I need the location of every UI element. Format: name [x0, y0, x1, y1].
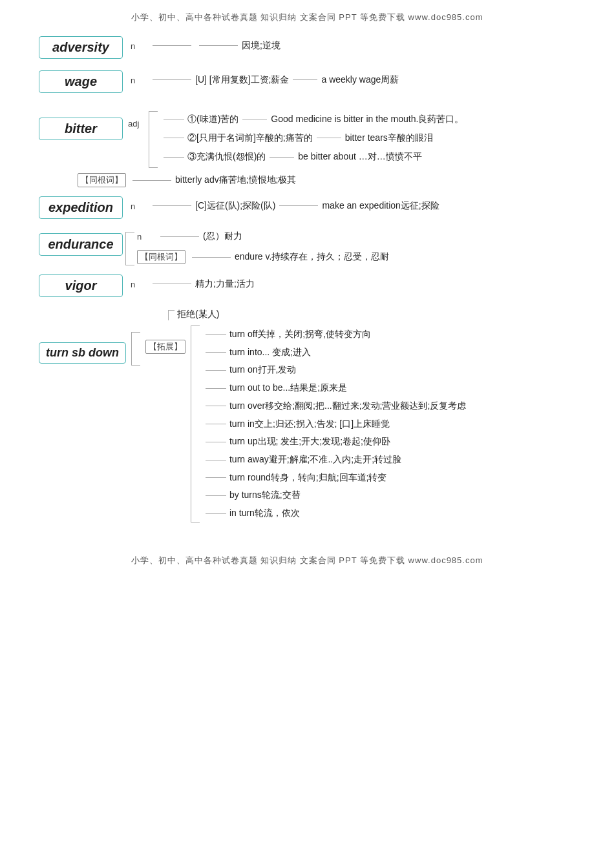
phrase-turn-away: turn away避开;解雇;不准..入内;走开;转过脸	[202, 451, 466, 469]
phrase-turn-out: turn out to be...结果是;原来是	[202, 379, 466, 397]
word-vigor: vigor	[39, 274, 123, 297]
word-wage: wage	[39, 70, 123, 93]
phrase-turn-round: turn round转身，转向;归航;回车道;转变	[202, 469, 466, 487]
bitter-sense-2: ②[只用于名词前]辛酸的;痛苦的 bitter tears辛酸的眼泪	[160, 129, 463, 147]
endurance-tonggenzi: 【同根词】 endure v.持续存在，持久；忍受，忍耐	[137, 250, 389, 264]
phrase-by-turns: by turns轮流;交替	[202, 487, 466, 505]
tuozhan-label: 【拓展】	[145, 340, 185, 354]
page-header: 小学、初中、高中各种试卷真题 知识归纳 文案合同 PPT 等免费下载 www.d…	[0, 0, 614, 30]
word-bitter: bitter	[39, 118, 123, 140]
phrase-turn-over: turn over移交给;翻阅;把...翻过来;发动;营业额达到;反复考虑	[202, 397, 466, 415]
phrase-in-turn: in turn轮流，依次	[202, 504, 466, 522]
phrase-turn-on: turn on打开,发动	[202, 361, 466, 379]
pos-wage: n	[131, 76, 149, 85]
bitter-tonggenzi: 【同根词】 bitterly adv痛苦地;愤恨地;极其	[78, 173, 575, 187]
page-footer: 小学、初中、高中各种试卷真题 知识归纳 文案合同 PPT 等免费下载 www.d…	[0, 535, 614, 578]
extra-expedition: make an expedition远征;探险	[322, 200, 439, 212]
phrase-turn-up: turn up出现; 发生;开大;发现;卷起;使仰卧	[202, 433, 466, 451]
def-wage: [U] [常用复数]工资;薪金	[195, 74, 289, 86]
phrase-turn-off: turn off关掉，关闭;拐弯,使转变方向	[202, 326, 466, 344]
word-turn-sb-down: turn sb down	[39, 342, 126, 364]
entry-turn-sb-down: 拒绝(某人) turn sb down 【拓展】	[39, 309, 575, 522]
endurance-n: n (忍）耐力	[137, 231, 389, 242]
pos-adversity: n	[131, 41, 149, 51]
entry-bitter: bitter adj ①(味道)苦的 Good medicine is bitt…	[39, 105, 575, 168]
pos-bitter: adj	[128, 119, 146, 129]
phrase-turn-into: turn into... 变成;进入	[202, 344, 466, 362]
entry-vigor: vigor n 精力;力量;活力	[39, 274, 575, 297]
bitter-sense-1: ①(味道)苦的 Good medicine is bitter in the m…	[160, 110, 463, 129]
pos-expedition: n	[131, 202, 149, 211]
def-adversity: 因境;逆境	[242, 40, 281, 52]
word-adversity: adversity	[39, 36, 123, 59]
phrase-turn-in: turn in交上;归还;拐入;告发; [口]上床睡觉	[202, 415, 466, 433]
def-expedition: [C]远征(队);探险(队)	[195, 200, 275, 212]
extra-wage: a weekly wage周薪	[321, 74, 399, 86]
turn-refuse: 拒绝(某人)	[168, 309, 219, 320]
word-expedition: expedition	[39, 196, 123, 219]
entry-expedition: expedition n [C]远征(队);探险(队) make an expe…	[39, 196, 575, 219]
entry-wage: wage n [U] [常用复数]工资;薪金 a weekly wage周薪	[39, 70, 575, 93]
word-endurance: endurance	[39, 233, 123, 256]
bitter-sense-3: ③充满仇恨(怨恨)的 be bitter about …对…愤愤不平	[160, 148, 463, 167]
def-vigor: 精力;力量;活力	[195, 278, 255, 290]
entry-endurance: endurance n (忍）耐力 【同根词】 endure v.持续存在，持久…	[39, 231, 575, 265]
entry-adversity: adversity n 因境;逆境	[39, 36, 575, 59]
pos-vigor: n	[131, 280, 149, 289]
